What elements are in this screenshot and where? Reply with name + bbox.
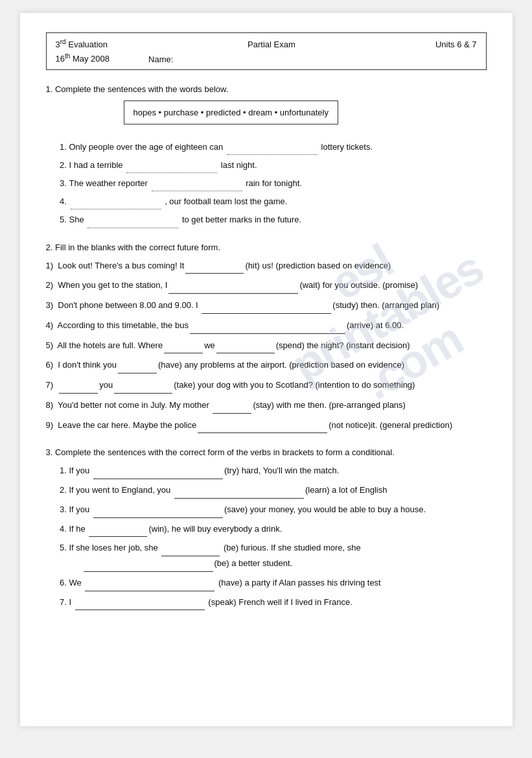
partial-exam-label: Partial Exam xyxy=(248,40,295,49)
eval-sup: rd xyxy=(60,38,66,45)
blank xyxy=(185,259,244,274)
list-item: If you went to England, you (learn) a lo… xyxy=(69,483,487,499)
list-item: 1) Look out! There's a bus coming! It (h… xyxy=(46,259,487,274)
blank xyxy=(93,503,223,518)
blank xyxy=(85,576,214,591)
list-item: I had a terrible last night. xyxy=(69,158,487,173)
list-item: If you (save) your money, you would be a… xyxy=(69,503,487,518)
header-row2: 16th May 2008 Name: xyxy=(56,53,477,64)
name-label: Name: xyxy=(148,54,173,64)
section1-list: Only people over the age of eighteen can… xyxy=(46,140,487,228)
word-box: hopes • purchase • predicted • dream • u… xyxy=(124,101,339,124)
section2-title: 2. Fill in the blanks with the correct f… xyxy=(46,243,487,252)
list-item: She to get better marks in the future. xyxy=(69,213,487,228)
blank-dotted xyxy=(71,195,161,209)
list-item: If you (try) hard, You'll win the match. xyxy=(69,464,487,479)
blank xyxy=(202,298,331,314)
list-item: 2) When you get to the station, I (wait)… xyxy=(46,278,487,294)
blank xyxy=(161,541,220,556)
list-item: The weather reporter rain for tonight. xyxy=(69,176,487,191)
blank xyxy=(174,483,304,499)
section3-title: 3. Complete the sentences with the corre… xyxy=(46,447,487,457)
list-item: If she loses her job, she (be) furious. … xyxy=(69,541,487,572)
list-item: We (have) a party if Alan passes his dri… xyxy=(69,576,487,591)
header-row1: 3rd Evaluation Partial Exam Units 6 & 7 xyxy=(56,38,477,49)
list-item: 6) I don't think you (have) any problems… xyxy=(46,358,487,373)
header-box: 3rd Evaluation Partial Exam Units 6 & 7 … xyxy=(46,32,487,70)
exam-page: eslprintables.com 3rd Evaluation Partial… xyxy=(20,13,513,726)
date-label: 16th May 2008 xyxy=(56,53,110,64)
blank-dotted xyxy=(152,176,242,191)
blank xyxy=(164,338,203,354)
list-item: , our football team lost the game. xyxy=(69,195,487,209)
blank-dotted xyxy=(87,213,178,228)
blank xyxy=(114,378,172,394)
list-item: 4) According to this timetable, the bus … xyxy=(46,318,487,334)
list-item: 8) You'd better not come in July. My mot… xyxy=(46,398,487,414)
list-item: If he (win), he will buy everybody a dri… xyxy=(69,522,487,538)
blank-dotted xyxy=(227,140,318,155)
blank xyxy=(168,278,298,294)
section2-list: 1) Look out! There's a bus coming! It (h… xyxy=(46,259,487,434)
list-item: 5) All the hotels are full. Where we (sp… xyxy=(46,338,487,354)
blank xyxy=(118,358,157,373)
blank xyxy=(216,338,275,354)
list-item: 7) you (take) your dog with you to Scotl… xyxy=(46,378,487,394)
section3-list: If you (try) hard, You'll win the match.… xyxy=(46,464,487,610)
units-label: Units 6 & 7 xyxy=(435,40,477,49)
list-item: Only people over the age of eighteen can… xyxy=(69,140,487,155)
section2: 2. Fill in the blanks with the correct f… xyxy=(46,243,487,434)
list-item: 3) Don't phone between 8.00 and 9.00. I … xyxy=(46,298,487,314)
evaluation-label: 3rd Evaluation xyxy=(56,38,108,49)
blank xyxy=(213,398,251,414)
blank xyxy=(59,378,98,394)
blank xyxy=(89,522,147,538)
blank xyxy=(93,464,223,479)
blank xyxy=(198,418,327,434)
blank xyxy=(84,556,213,572)
blank xyxy=(75,595,205,611)
section3: 3. Complete the sentences with the corre… xyxy=(46,447,487,610)
section1-title: 1. Complete the sentences with the words… xyxy=(46,84,487,94)
section1: 1. Complete the sentences with the words… xyxy=(46,84,487,228)
list-item: I (speak) French well if I lived in Fran… xyxy=(69,595,487,611)
list-item: 9) Leave the car here. Maybe the police … xyxy=(46,418,487,434)
blank-dotted xyxy=(126,158,217,173)
